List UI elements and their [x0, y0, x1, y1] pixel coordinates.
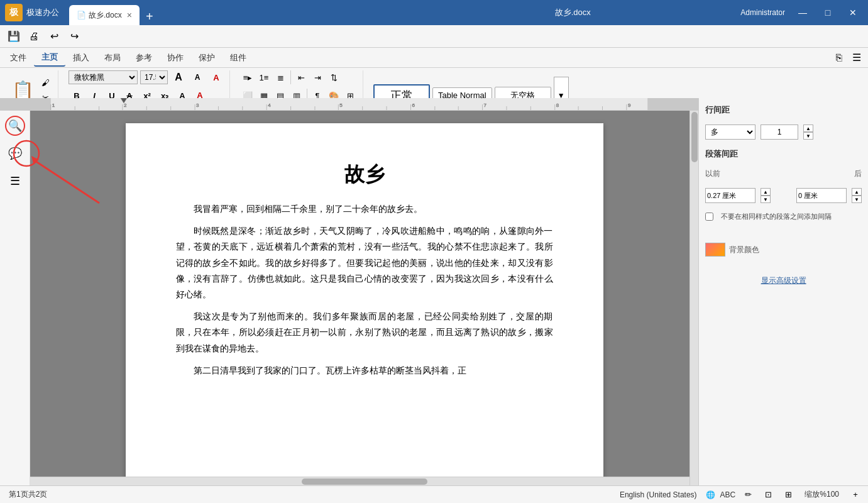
vertical-scrollbar[interactable] [689, 111, 698, 485]
ruler: 1 2 3 4 5 6 7 8 9 [0, 98, 698, 111]
shrink-font-btn[interactable]: A [189, 70, 206, 84]
maximize-btn[interactable]: □ [818, 5, 838, 20]
menu-protect[interactable]: 保护 [191, 50, 222, 66]
svg-text:2: 2 [124, 102, 127, 108]
window-title: 故乡.docx [405, 7, 740, 18]
before-spacing-spin: ▲ ▼ [761, 188, 771, 203]
paragraph-spacing-inputs: ▲ ▼ ▲ ▼ [705, 188, 862, 203]
bg-color-row: 背景颜色 [705, 243, 862, 257]
svg-text:1: 1 [52, 102, 55, 108]
tab-filename: 故乡.docx [89, 10, 122, 21]
language-flag-icon: 🌐 [706, 490, 715, 499]
document-tab[interactable]: 📄 故乡.docx × [69, 5, 140, 25]
before-label: 以前 [705, 169, 720, 179]
numbered-list-btn[interactable]: 1≡ [256, 70, 272, 84]
font-name-select[interactable]: 微软雅黑 [69, 70, 138, 84]
menu-bar: 文件 主页 插入 布局 参考 协作 保护 组件 ⎘ ☰ [0, 48, 868, 68]
view-toggle-btn[interactable]: ⎘ [830, 49, 848, 67]
sort-btn[interactable]: ⇅ [326, 70, 341, 84]
zoom-info: 缩放%100 [801, 489, 843, 500]
multilevel-list-btn[interactable]: ≣ [273, 70, 288, 84]
page-view-btn[interactable]: ⊡ [761, 488, 776, 502]
print-btn[interactable]: 🖨 [25, 28, 43, 45]
line-spacing-title: 行间距 [705, 104, 862, 116]
svg-text:5: 5 [339, 102, 343, 108]
doc-page: 故乡 我冒着严寒，回到相隔二千余里，别了二十余年的故乡去。 时候既然是深冬；渐近… [126, 123, 603, 485]
new-tab-btn[interactable]: + [141, 8, 158, 25]
bg-color-swatch[interactable] [705, 243, 725, 257]
tab-close-btn[interactable]: × [127, 11, 132, 19]
line-spacing-spin: ▲ ▼ [803, 124, 813, 140]
redo-btn[interactable]: ↪ [65, 28, 83, 45]
svg-text:7: 7 [484, 102, 487, 108]
status-bar: 第1页共2页 English (United States) 🌐 ABC ✏ ⊡… [0, 485, 868, 503]
svg-text:6: 6 [412, 102, 415, 108]
doc-para-3: 我这次是专为了别他而来的。我们多年聚族而居的老屋，已经公同卖给别姓了，交屋的期限… [176, 309, 553, 357]
comment-panel-btn[interactable]: 💬 [5, 143, 25, 163]
before-spacing-down-btn[interactable]: ▼ [761, 196, 771, 203]
after-spacing-down-btn[interactable]: ▼ [852, 196, 862, 203]
same-style-checkbox[interactable] [705, 213, 713, 221]
outline-panel-btn[interactable]: ☰ [5, 171, 25, 191]
menu-insert[interactable]: 插入 [65, 50, 97, 66]
line-spacing-down-btn[interactable]: ▼ [803, 132, 813, 140]
svg-rect-1 [0, 98, 51, 111]
line-spacing-row: 多 ▲ ▼ [705, 124, 862, 140]
doc-para-1: 我冒着严寒，回到相隔二千余里，别了二十余年的故乡去。 [176, 201, 553, 217]
search-panel-btn[interactable]: 🔍 [5, 116, 25, 136]
after-spacing-spin: ▲ ▼ [852, 188, 862, 203]
menu-component[interactable]: 组件 [222, 50, 254, 66]
paragraph-before-row: 以前 后 [705, 169, 862, 179]
after-spacing-input[interactable] [796, 188, 847, 203]
svg-rect-2 [647, 98, 698, 111]
after-spacing-up-btn[interactable]: ▲ [852, 188, 862, 196]
zoom-in-btn[interactable]: + [848, 488, 863, 502]
svg-text:9: 9 [628, 102, 631, 108]
left-panel: 🔍 💬 ☰ [0, 111, 30, 485]
clear-format-ribbon-btn[interactable]: A [208, 70, 224, 84]
menu-home[interactable]: 主页 [34, 49, 65, 67]
window-controls: — □ ✕ [793, 5, 863, 20]
close-window-btn[interactable]: ✕ [843, 5, 863, 20]
title-bar: 极 极速办公 📄 故乡.docx × + 故乡.docx Administrat… [0, 0, 868, 25]
grow-font-btn[interactable]: A [170, 70, 187, 84]
before-spacing-input[interactable] [705, 188, 755, 203]
svg-text:8: 8 [556, 102, 559, 108]
line-spacing-type-select[interactable]: 多 [705, 124, 755, 140]
save-btn[interactable]: 💾 [5, 28, 23, 45]
decrease-indent-btn[interactable]: ⇤ [294, 70, 309, 84]
horizontal-scrollbar[interactable] [30, 477, 698, 485]
line-spacing-up-btn[interactable]: ▲ [803, 124, 813, 132]
app-icon: 极 [5, 4, 23, 21]
svg-text:3: 3 [196, 102, 199, 108]
admin-name: Administrator [740, 8, 785, 17]
layout-view-btn[interactable]: ⊞ [781, 488, 796, 502]
undo-btn[interactable]: ↩ [45, 28, 63, 45]
menu-layout[interactable]: 布局 [97, 50, 128, 66]
checkbox-row: 不要在相同样式的段落之间添加间隔 [705, 212, 862, 221]
line-spacing-value-input[interactable] [761, 124, 798, 140]
doc-title: 故乡 [176, 161, 553, 189]
doc-area[interactable]: 故乡 我冒着严寒，回到相隔二千余里，别了二十余年的故乡去。 时候既然是深冬；渐近… [30, 111, 698, 485]
tabs-area: 📄 故乡.docx × + [69, 0, 405, 25]
svg-rect-0 [0, 98, 698, 111]
increase-indent-btn[interactable]: ⇥ [310, 70, 325, 84]
language-info: English (United States) [616, 490, 701, 499]
menu-collaborate[interactable]: 协作 [160, 50, 191, 66]
edit-mode-btn[interactable]: ✏ [740, 488, 755, 502]
svg-text:4: 4 [268, 102, 271, 108]
bullet-list-btn[interactable]: ≡▸ [240, 70, 255, 84]
menu-file[interactable]: 文件 [3, 50, 34, 66]
app-name: 极速办公 [26, 7, 59, 18]
menu-more-btn[interactable]: ☰ [848, 49, 865, 67]
doc-para-2: 时候既然是深冬；渐近故乡时，天气又阴晦了，冷风吹进船舱中，鸣鸣的响，从篷隙向外一… [176, 223, 553, 302]
before-spacing-up-btn[interactable]: ▲ [761, 188, 771, 196]
advanced-settings-link[interactable]: 显示高级设置 [705, 275, 862, 286]
font-size-select[interactable]: 17.5 [140, 70, 168, 84]
minimize-btn[interactable]: — [793, 5, 813, 20]
doc-icon: 📄 [77, 11, 86, 19]
format-painter-btn[interactable]: 🖌 [38, 75, 53, 89]
menu-reference[interactable]: 参考 [128, 50, 160, 66]
spell-check-icon: ABC [720, 490, 736, 499]
checkbox-label: 不要在相同样式的段落之间添加间隔 [721, 212, 832, 221]
